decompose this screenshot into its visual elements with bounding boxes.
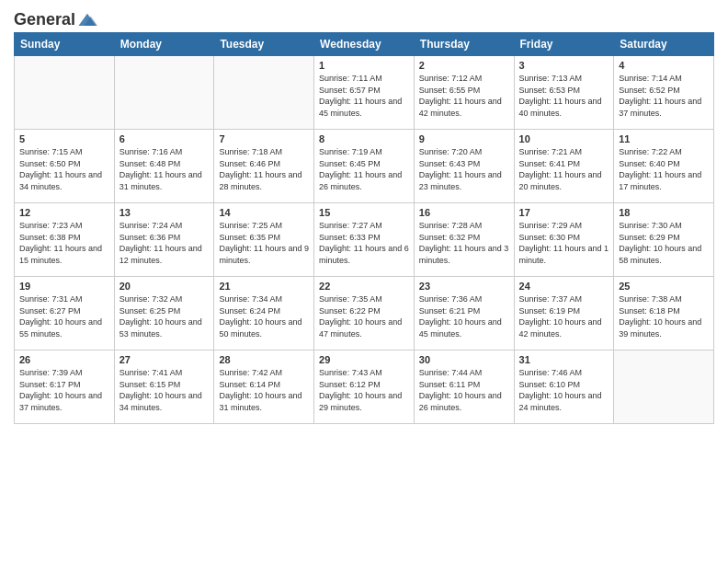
calendar-cell: 24Sunrise: 7:37 AM Sunset: 6:19 PM Dayli…: [514, 277, 614, 350]
calendar-cell: 22Sunrise: 7:35 AM Sunset: 6:22 PM Dayli…: [314, 277, 415, 350]
day-number: 20: [119, 281, 210, 292]
week-row-5: 26Sunrise: 7:39 AM Sunset: 6:17 PM Dayli…: [15, 350, 714, 424]
day-info: Sunrise: 7:12 AM Sunset: 6:55 PM Dayligh…: [419, 73, 509, 119]
day-info: Sunrise: 7:18 AM Sunset: 6:46 PM Dayligh…: [219, 146, 309, 192]
calendar-cell: 30Sunrise: 7:44 AM Sunset: 6:11 PM Dayli…: [414, 350, 514, 424]
calendar-cell: 25Sunrise: 7:38 AM Sunset: 6:18 PM Dayli…: [614, 277, 714, 350]
day-number: 6: [119, 133, 210, 144]
day-number: 26: [19, 354, 109, 365]
calendar-cell: 4Sunrise: 7:14 AM Sunset: 6:52 PM Daylig…: [614, 56, 714, 130]
day-number: 19: [19, 281, 109, 292]
day-number: 24: [519, 281, 609, 292]
day-number: 14: [219, 207, 309, 218]
day-info: Sunrise: 7:36 AM Sunset: 6:21 PM Dayligh…: [419, 293, 509, 339]
day-info: Sunrise: 7:39 AM Sunset: 6:17 PM Dayligh…: [19, 367, 109, 413]
day-info: Sunrise: 7:34 AM Sunset: 6:24 PM Dayligh…: [219, 293, 309, 339]
calendar-cell: [15, 56, 115, 130]
day-number: 1: [319, 60, 409, 71]
day-number: 29: [319, 354, 409, 365]
calendar-cell: 8Sunrise: 7:19 AM Sunset: 6:45 PM Daylig…: [314, 130, 415, 203]
day-number: 10: [519, 133, 609, 144]
day-info: Sunrise: 7:29 AM Sunset: 6:30 PM Dayligh…: [519, 220, 609, 266]
day-info: Sunrise: 7:22 AM Sunset: 6:40 PM Dayligh…: [619, 146, 709, 192]
day-number: 17: [519, 207, 609, 218]
day-number: 16: [419, 207, 509, 218]
day-info: Sunrise: 7:20 AM Sunset: 6:43 PM Dayligh…: [419, 146, 509, 192]
weekday-header-wednesday: Wednesday: [314, 33, 415, 56]
day-info: Sunrise: 7:41 AM Sunset: 6:15 PM Dayligh…: [119, 367, 210, 413]
day-info: Sunrise: 7:38 AM Sunset: 6:18 PM Dayligh…: [619, 293, 709, 339]
weekday-header-sunday: Sunday: [15, 33, 115, 56]
calendar-cell: 9Sunrise: 7:20 AM Sunset: 6:43 PM Daylig…: [414, 130, 514, 203]
calendar-cell: 19Sunrise: 7:31 AM Sunset: 6:27 PM Dayli…: [15, 277, 115, 350]
day-info: Sunrise: 7:16 AM Sunset: 6:48 PM Dayligh…: [119, 146, 210, 192]
page-container: General SundayMondayTuesdayWednesdayThur…: [0, 0, 728, 433]
day-number: 18: [619, 207, 709, 218]
calendar-cell: 17Sunrise: 7:29 AM Sunset: 6:30 PM Dayli…: [514, 203, 614, 277]
weekday-header-row: SundayMondayTuesdayWednesdayThursdayFrid…: [15, 33, 714, 56]
day-info: Sunrise: 7:28 AM Sunset: 6:32 PM Dayligh…: [419, 220, 509, 266]
day-number: 13: [119, 207, 210, 218]
day-info: Sunrise: 7:46 AM Sunset: 6:10 PM Dayligh…: [519, 367, 609, 413]
day-number: 9: [419, 133, 509, 144]
week-row-4: 19Sunrise: 7:31 AM Sunset: 6:27 PM Dayli…: [15, 277, 714, 350]
logo-icon: [77, 9, 97, 29]
calendar-cell: 20Sunrise: 7:32 AM Sunset: 6:25 PM Dayli…: [114, 277, 214, 350]
day-info: Sunrise: 7:13 AM Sunset: 6:53 PM Dayligh…: [519, 73, 609, 119]
calendar-cell: 29Sunrise: 7:43 AM Sunset: 6:12 PM Dayli…: [314, 350, 415, 424]
calendar-cell: [214, 56, 314, 130]
calendar-cell: 12Sunrise: 7:23 AM Sunset: 6:38 PM Dayli…: [15, 203, 115, 277]
calendar-cell: [114, 56, 214, 130]
calendar-cell: 16Sunrise: 7:28 AM Sunset: 6:32 PM Dayli…: [414, 203, 514, 277]
calendar-cell: 18Sunrise: 7:30 AM Sunset: 6:29 PM Dayli…: [614, 203, 714, 277]
calendar-cell: 1Sunrise: 7:11 AM Sunset: 6:57 PM Daylig…: [314, 56, 415, 130]
calendar-cell: 2Sunrise: 7:12 AM Sunset: 6:55 PM Daylig…: [414, 56, 514, 130]
day-info: Sunrise: 7:21 AM Sunset: 6:41 PM Dayligh…: [519, 146, 609, 192]
day-number: 30: [419, 354, 509, 365]
calendar-cell: 5Sunrise: 7:15 AM Sunset: 6:50 PM Daylig…: [15, 130, 115, 203]
calendar-cell: 14Sunrise: 7:25 AM Sunset: 6:35 PM Dayli…: [214, 203, 314, 277]
day-number: 25: [619, 281, 709, 292]
day-number: 15: [319, 207, 409, 218]
day-number: 28: [219, 354, 309, 365]
calendar-cell: 28Sunrise: 7:42 AM Sunset: 6:14 PM Dayli…: [214, 350, 314, 424]
day-info: Sunrise: 7:27 AM Sunset: 6:33 PM Dayligh…: [319, 220, 409, 266]
day-number: 21: [219, 281, 309, 292]
day-number: 5: [19, 133, 109, 144]
day-number: 11: [619, 133, 709, 144]
logo: General: [14, 9, 97, 27]
day-info: Sunrise: 7:15 AM Sunset: 6:50 PM Dayligh…: [19, 146, 109, 192]
day-number: 12: [19, 207, 109, 218]
day-number: 4: [619, 60, 709, 71]
day-info: Sunrise: 7:37 AM Sunset: 6:19 PM Dayligh…: [519, 293, 609, 339]
calendar-cell: 7Sunrise: 7:18 AM Sunset: 6:46 PM Daylig…: [214, 130, 314, 203]
calendar-cell: 21Sunrise: 7:34 AM Sunset: 6:24 PM Dayli…: [214, 277, 314, 350]
weekday-header-saturday: Saturday: [614, 33, 714, 56]
calendar-cell: 15Sunrise: 7:27 AM Sunset: 6:33 PM Dayli…: [314, 203, 415, 277]
day-info: Sunrise: 7:30 AM Sunset: 6:29 PM Dayligh…: [619, 220, 709, 266]
logo-general: General: [14, 10, 75, 29]
day-info: Sunrise: 7:43 AM Sunset: 6:12 PM Dayligh…: [319, 367, 409, 413]
calendar-cell: 26Sunrise: 7:39 AM Sunset: 6:17 PM Dayli…: [15, 350, 115, 424]
day-info: Sunrise: 7:24 AM Sunset: 6:36 PM Dayligh…: [119, 220, 210, 266]
weekday-header-monday: Monday: [114, 33, 214, 56]
day-info: Sunrise: 7:32 AM Sunset: 6:25 PM Dayligh…: [119, 293, 210, 339]
day-number: 23: [419, 281, 509, 292]
calendar-cell: 13Sunrise: 7:24 AM Sunset: 6:36 PM Dayli…: [114, 203, 214, 277]
calendar-cell: 27Sunrise: 7:41 AM Sunset: 6:15 PM Dayli…: [114, 350, 214, 424]
day-info: Sunrise: 7:19 AM Sunset: 6:45 PM Dayligh…: [319, 146, 409, 192]
week-row-3: 12Sunrise: 7:23 AM Sunset: 6:38 PM Dayli…: [15, 203, 714, 277]
day-number: 7: [219, 133, 309, 144]
day-number: 8: [319, 133, 409, 144]
day-info: Sunrise: 7:42 AM Sunset: 6:14 PM Dayligh…: [219, 367, 309, 413]
day-number: 3: [519, 60, 609, 71]
calendar-cell: 11Sunrise: 7:22 AM Sunset: 6:40 PM Dayli…: [614, 130, 714, 203]
calendar-cell: [614, 350, 714, 424]
day-info: Sunrise: 7:31 AM Sunset: 6:27 PM Dayligh…: [19, 293, 109, 339]
week-row-1: 1Sunrise: 7:11 AM Sunset: 6:57 PM Daylig…: [15, 56, 714, 130]
day-number: 2: [419, 60, 509, 71]
day-info: Sunrise: 7:23 AM Sunset: 6:38 PM Dayligh…: [19, 220, 109, 266]
day-info: Sunrise: 7:35 AM Sunset: 6:22 PM Dayligh…: [319, 293, 409, 339]
weekday-header-thursday: Thursday: [414, 33, 514, 56]
weekday-header-friday: Friday: [514, 33, 614, 56]
